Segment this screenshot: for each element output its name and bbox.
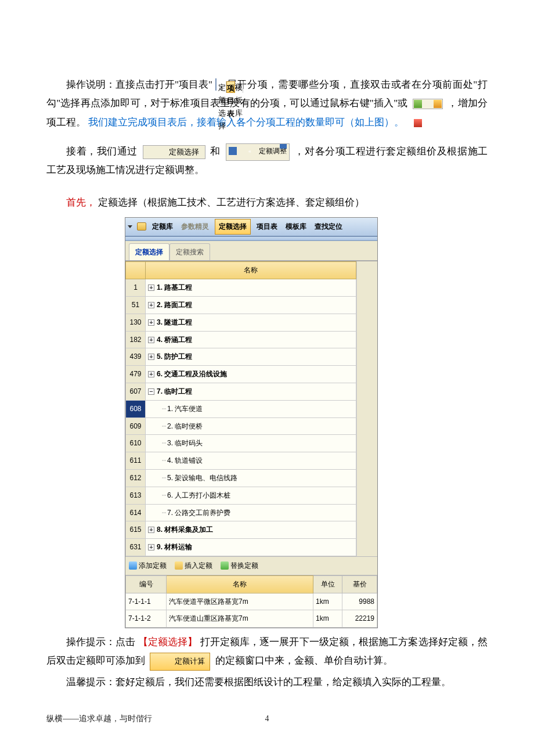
expand-icon[interactable]: + <box>148 544 154 550</box>
tree-row[interactable]: 6125. 架设输电、电信线路 <box>126 469 356 487</box>
row-number: 609 <box>126 417 146 435</box>
row-label[interactable]: 3. 临时码头 <box>146 435 356 452</box>
expand-icon[interactable]: + <box>148 354 154 360</box>
row-number: 608 <box>126 400 146 417</box>
quota-select-button[interactable]: 定额选择 <box>143 145 205 159</box>
tree-row[interactable]: 439+5. 防护工程 <box>126 348 356 366</box>
row-number: 51 <box>126 296 146 314</box>
subtab-search[interactable]: 定额搜索 <box>169 243 210 261</box>
tree-row[interactable]: 182+4. 桥涵工程 <box>126 331 356 348</box>
detail-row[interactable]: 7-1-1-2汽车便道山重区路基宽7m1km22219 <box>126 610 377 628</box>
row-label[interactable]: 5. 架设输电、电信线路 <box>146 469 356 487</box>
p3b: 定额选择（根据施工技术、工艺进行方案选择、套定额组价） <box>98 197 365 208</box>
expand-icon[interactable]: + <box>148 337 154 343</box>
insert-icon[interactable] <box>414 100 422 108</box>
expand-icon[interactable]: + <box>148 302 154 308</box>
h-price: 基价 <box>342 575 377 593</box>
row-label[interactable]: 1. 汽车便道 <box>146 400 356 417</box>
row-label[interactable]: +4. 桥涵工程 <box>146 331 356 348</box>
tree-row[interactable]: 615+8. 材料采集及加工 <box>126 521 356 539</box>
tree-row[interactable]: 1+1. 路基工程 <box>126 279 356 297</box>
row-label[interactable]: −7. 临时工程 <box>146 383 356 400</box>
top-tab-project[interactable]: 项目表 <box>254 219 280 234</box>
row-label[interactable]: 2. 临时便桥 <box>146 417 356 435</box>
cell-name: 汽车便道平微区路基宽7m <box>167 593 313 610</box>
h-name: 名称 <box>167 575 313 593</box>
context-insert-icons <box>413 99 443 109</box>
label-param-wizard: 参数精灵 <box>179 219 211 234</box>
paragraph-5: 温馨提示：套好定额后，我们还需要根据图纸设计的工程量，给定额填入实际的工程量。 <box>46 673 488 692</box>
h-code: 编号 <box>126 575 167 593</box>
row-label[interactable]: +3. 隧道工程 <box>146 314 356 331</box>
expand-icon[interactable]: + <box>148 319 154 326</box>
row-number: 614 <box>126 504 146 521</box>
dropdown-icon[interactable]: ▾ <box>280 144 287 149</box>
top-tab-find[interactable]: 查找定位 <box>312 219 345 234</box>
row-label[interactable]: 6. 人工夯打小圆木桩 <box>146 487 356 504</box>
tree-row[interactable]: 6147. 公路交工前养护费 <box>126 504 356 521</box>
row-number: 631 <box>126 539 146 556</box>
paragraph-3: 首先， 定额选择（根据施工技术、工艺进行方案选择、套定额组价） <box>46 193 488 212</box>
collapse-icon[interactable]: − <box>148 388 154 395</box>
grip-bar[interactable] <box>125 236 377 241</box>
action-insert-quota[interactable]: 插入定额 <box>175 559 212 573</box>
tree-row[interactable]: 51+2. 路面工程 <box>126 296 356 314</box>
tab-project-table[interactable]: 项目表 <box>226 81 235 93</box>
col-num <box>126 262 146 279</box>
tree-row[interactable]: 6092. 临时便桥 <box>126 417 356 435</box>
subtab-select[interactable]: 定额选择 <box>129 243 169 261</box>
p5: 温馨提示：套好定额后，我们还需要根据图纸设计的工程量，给定额填入实际的工程量。 <box>66 676 451 687</box>
action-add-quota[interactable]: 添加定额 <box>129 559 167 573</box>
adjust-icon: « <box>229 147 237 155</box>
h-unit: 单位 <box>313 575 342 593</box>
quota-tree-table[interactable]: 名称 1+1. 路基工程51+2. 路面工程130+3. 隧道工程182+4. … <box>125 261 356 556</box>
label-quota-lib[interactable]: 定额库 <box>150 219 175 234</box>
row-number: 1 <box>126 279 146 297</box>
row-number: 439 <box>126 348 146 366</box>
tree-row[interactable]: 6103. 临时码头 <box>126 435 356 452</box>
expand-icon[interactable]: + <box>148 527 154 533</box>
tree-row[interactable]: 631+9. 材料运输 <box>126 539 356 556</box>
quota-library-panel: 定额库 参数精灵 定额选择 项目表 模板库 查找定位 定额选择 定额搜索 名称 … <box>125 217 378 628</box>
row-label[interactable]: +9. 材料运输 <box>146 539 356 556</box>
row-label[interactable]: +2. 路面工程 <box>146 296 356 314</box>
tree-row[interactable]: 479+6. 交通工程及沿线设施 <box>126 366 356 383</box>
panel-toolbar: 定额库 参数精灵 定额选择 项目表 模板库 查找定位 <box>125 218 377 236</box>
expand-icon[interactable]: + <box>148 285 154 291</box>
p2a: 接着，我们通过 <box>66 146 138 157</box>
tree-row[interactable]: 6114. 轨道铺设 <box>126 452 356 470</box>
row-number: 182 <box>126 331 146 348</box>
quota-detail-table[interactable]: 编号 名称 单位 基价 7-1-1-1汽车便道平微区路基宽7m1km99887-… <box>125 575 377 628</box>
cell-code: 7-1-1-2 <box>126 610 167 628</box>
row-label[interactable]: 7. 公路交工前养护费 <box>146 504 356 521</box>
row-label[interactable]: +6. 交通工程及沿线设施 <box>146 366 356 383</box>
tree-row[interactable]: 607−7. 临时工程 <box>126 383 356 400</box>
p1a: 操作说明：直接点击打开"项目表" <box>46 75 212 94</box>
expand-icon[interactable]: + <box>148 371 154 377</box>
tree-row[interactable]: 6081. 汽车便道 <box>126 400 356 417</box>
tab-quota-select[interactable]: 定额选择 <box>218 81 226 93</box>
add-quota-icon <box>129 561 137 570</box>
p3a: 首先， <box>66 197 96 208</box>
row-label[interactable]: +1. 路基工程 <box>146 279 356 297</box>
delete-icon[interactable] <box>414 119 422 127</box>
detail-row[interactable]: 7-1-1-1汽车便道平微区路基宽7m1km9988 <box>126 593 377 610</box>
row-label[interactable]: 4. 轨道铺设 <box>146 452 356 470</box>
top-tab-template[interactable]: 模板库 <box>283 219 309 234</box>
dropdown-tri-icon[interactable] <box>128 225 132 228</box>
sub-tabs: 定额选择 定额搜索 <box>125 241 377 261</box>
tree-row[interactable]: 6136. 人工夯打小圆木桩 <box>126 487 356 504</box>
tree-row[interactable]: 130+3. 隧道工程 <box>126 314 356 331</box>
quota-calc-button[interactable]: 定额计算 <box>150 653 210 671</box>
row-number: 615 <box>126 521 146 539</box>
col-name: 名称 <box>146 262 356 279</box>
page-number: 4 <box>265 711 269 727</box>
quota-adjust-button[interactable]: ▾ «定额调整 <box>226 143 290 161</box>
action-replace-quota[interactable]: 替换定额 <box>221 559 258 573</box>
cell-name: 汽车便道山重区路基宽7m <box>167 610 313 628</box>
add-icon[interactable] <box>434 100 442 108</box>
top-tab-quota-select[interactable]: 定额选择 <box>215 219 251 235</box>
tab-template-lib[interactable]: 模板库 <box>235 81 243 93</box>
row-label[interactable]: +8. 材料采集及加工 <box>146 521 356 539</box>
row-label[interactable]: +5. 防护工程 <box>146 348 356 366</box>
